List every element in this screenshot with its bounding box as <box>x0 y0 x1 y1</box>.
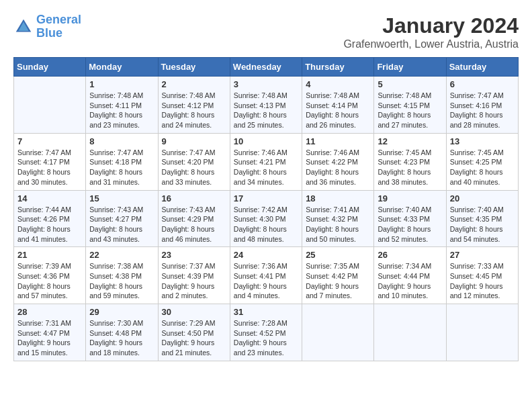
calendar-week-1: 1Sunrise: 7:48 AMSunset: 4:11 PMDaylight… <box>14 77 519 134</box>
day-info: Sunrise: 7:35 AMSunset: 4:42 PMDaylight:… <box>306 261 370 301</box>
header-friday: Friday <box>374 58 446 77</box>
day-info: Sunrise: 7:45 AMSunset: 4:25 PMDaylight:… <box>450 148 515 187</box>
calendar-cell: 27Sunrise: 7:33 AMSunset: 4:45 PMDayligh… <box>446 247 518 304</box>
day-info: Sunrise: 7:28 AMSunset: 4:52 PMDaylight:… <box>234 318 298 358</box>
day-number: 13 <box>450 136 515 146</box>
day-number: 23 <box>162 250 226 260</box>
calendar-cell <box>14 77 86 134</box>
calendar-cell: 24Sunrise: 7:36 AMSunset: 4:41 PMDayligh… <box>230 247 302 304</box>
calendar-cell: 12Sunrise: 7:45 AMSunset: 4:23 PMDayligh… <box>374 133 446 190</box>
day-number: 30 <box>162 307 226 317</box>
day-info: Sunrise: 7:47 AMSunset: 4:17 PMDaylight:… <box>17 148 82 187</box>
day-number: 1 <box>89 79 154 89</box>
calendar-cell <box>302 304 374 361</box>
day-number: 7 <box>17 136 82 146</box>
day-info: Sunrise: 7:40 AMSunset: 4:33 PMDaylight:… <box>378 205 442 244</box>
calendar-cell: 29Sunrise: 7:30 AMSunset: 4:48 PMDayligh… <box>86 304 158 361</box>
header-thursday: Thursday <box>302 58 374 77</box>
calendar-cell: 31Sunrise: 7:28 AMSunset: 4:52 PMDayligh… <box>230 304 302 361</box>
page-header: General Blue January 2024 Grafenwoerth, … <box>13 13 519 50</box>
day-info: Sunrise: 7:46 AMSunset: 4:22 PMDaylight:… <box>306 148 370 187</box>
day-number: 16 <box>162 193 226 203</box>
day-info: Sunrise: 7:48 AMSunset: 4:14 PMDaylight:… <box>306 91 370 130</box>
day-number: 6 <box>450 79 515 89</box>
calendar-cell: 11Sunrise: 7:46 AMSunset: 4:22 PMDayligh… <box>302 133 374 190</box>
day-info: Sunrise: 7:47 AMSunset: 4:18 PMDaylight:… <box>89 148 154 187</box>
day-number: 2 <box>162 79 226 89</box>
calendar-cell: 26Sunrise: 7:34 AMSunset: 4:44 PMDayligh… <box>374 247 446 304</box>
day-info: Sunrise: 7:34 AMSunset: 4:44 PMDaylight:… <box>378 261 442 301</box>
logo-line1: General <box>36 13 81 26</box>
header-sunday: Sunday <box>14 58 86 77</box>
day-number: 27 <box>450 250 515 260</box>
logo-icon <box>13 17 34 37</box>
day-info: Sunrise: 7:30 AMSunset: 4:48 PMDaylight:… <box>89 318 154 358</box>
day-info: Sunrise: 7:48 AMSunset: 4:11 PMDaylight:… <box>89 91 154 130</box>
calendar-cell: 20Sunrise: 7:40 AMSunset: 4:35 PMDayligh… <box>446 190 518 247</box>
day-number: 17 <box>234 193 298 203</box>
day-number: 28 <box>17 307 82 317</box>
title-block: January 2024 Grafenwoerth, Lower Austria… <box>343 13 519 50</box>
day-info: Sunrise: 7:48 AMSunset: 4:15 PMDaylight:… <box>378 91 442 130</box>
day-info: Sunrise: 7:44 AMSunset: 4:26 PMDaylight:… <box>17 205 82 244</box>
day-number: 3 <box>234 79 298 89</box>
calendar-cell: 18Sunrise: 7:41 AMSunset: 4:32 PMDayligh… <box>302 190 374 247</box>
logo-text: General Blue <box>36 13 81 40</box>
day-number: 11 <box>306 136 370 146</box>
page-subtitle: Grafenwoerth, Lower Austria, Austria <box>343 38 519 50</box>
calendar-cell: 5Sunrise: 7:48 AMSunset: 4:15 PMDaylight… <box>374 77 446 134</box>
page-title: January 2024 <box>343 13 519 38</box>
day-number: 22 <box>89 250 154 260</box>
day-info: Sunrise: 7:42 AMSunset: 4:30 PMDaylight:… <box>234 205 298 244</box>
day-number: 15 <box>89 193 154 203</box>
day-info: Sunrise: 7:43 AMSunset: 4:29 PMDaylight:… <box>162 205 226 244</box>
day-info: Sunrise: 7:40 AMSunset: 4:35 PMDaylight:… <box>450 205 515 244</box>
day-info: Sunrise: 7:41 AMSunset: 4:32 PMDaylight:… <box>306 205 370 244</box>
calendar-week-4: 21Sunrise: 7:39 AMSunset: 4:36 PMDayligh… <box>14 247 519 304</box>
calendar-cell: 1Sunrise: 7:48 AMSunset: 4:11 PMDaylight… <box>86 77 158 134</box>
day-number: 21 <box>17 250 82 260</box>
day-number: 19 <box>378 193 442 203</box>
calendar-cell: 30Sunrise: 7:29 AMSunset: 4:50 PMDayligh… <box>158 304 230 361</box>
day-info: Sunrise: 7:48 AMSunset: 4:13 PMDaylight:… <box>234 91 298 130</box>
calendar-cell: 25Sunrise: 7:35 AMSunset: 4:42 PMDayligh… <box>302 247 374 304</box>
day-info: Sunrise: 7:36 AMSunset: 4:41 PMDaylight:… <box>234 261 298 301</box>
day-number: 26 <box>378 250 442 260</box>
day-number: 24 <box>234 250 298 260</box>
calendar-cell: 21Sunrise: 7:39 AMSunset: 4:36 PMDayligh… <box>14 247 86 304</box>
header-tuesday: Tuesday <box>158 58 230 77</box>
header-saturday: Saturday <box>446 58 518 77</box>
day-info: Sunrise: 7:45 AMSunset: 4:23 PMDaylight:… <box>378 148 442 187</box>
day-info: Sunrise: 7:48 AMSunset: 4:12 PMDaylight:… <box>162 91 226 130</box>
day-number: 4 <box>306 79 370 89</box>
calendar-cell: 17Sunrise: 7:42 AMSunset: 4:30 PMDayligh… <box>230 190 302 247</box>
day-info: Sunrise: 7:37 AMSunset: 4:39 PMDaylight:… <box>162 261 226 301</box>
header-wednesday: Wednesday <box>230 58 302 77</box>
day-number: 5 <box>378 79 442 89</box>
calendar-cell: 28Sunrise: 7:31 AMSunset: 4:47 PMDayligh… <box>14 304 86 361</box>
calendar-cell: 19Sunrise: 7:40 AMSunset: 4:33 PMDayligh… <box>374 190 446 247</box>
calendar-cell: 10Sunrise: 7:46 AMSunset: 4:21 PMDayligh… <box>230 133 302 190</box>
calendar-cell <box>446 304 518 361</box>
logo: General Blue <box>13 13 81 40</box>
calendar-cell <box>374 304 446 361</box>
day-info: Sunrise: 7:47 AMSunset: 4:16 PMDaylight:… <box>450 91 515 130</box>
logo-line2: Blue <box>36 26 62 40</box>
calendar-cell: 9Sunrise: 7:47 AMSunset: 4:20 PMDaylight… <box>158 133 230 190</box>
day-number: 18 <box>306 193 370 203</box>
day-number: 25 <box>306 250 370 260</box>
day-number: 12 <box>378 136 442 146</box>
calendar-cell: 15Sunrise: 7:43 AMSunset: 4:27 PMDayligh… <box>86 190 158 247</box>
day-info: Sunrise: 7:47 AMSunset: 4:20 PMDaylight:… <box>162 148 226 187</box>
day-number: 9 <box>162 136 226 146</box>
calendar-cell: 16Sunrise: 7:43 AMSunset: 4:29 PMDayligh… <box>158 190 230 247</box>
day-number: 20 <box>450 193 515 203</box>
calendar-cell: 14Sunrise: 7:44 AMSunset: 4:26 PMDayligh… <box>14 190 86 247</box>
day-info: Sunrise: 7:39 AMSunset: 4:36 PMDaylight:… <box>17 261 82 301</box>
calendar-week-2: 7Sunrise: 7:47 AMSunset: 4:17 PMDaylight… <box>14 133 519 190</box>
calendar-cell: 13Sunrise: 7:45 AMSunset: 4:25 PMDayligh… <box>446 133 518 190</box>
day-info: Sunrise: 7:38 AMSunset: 4:38 PMDaylight:… <box>89 261 154 301</box>
day-info: Sunrise: 7:29 AMSunset: 4:50 PMDaylight:… <box>162 318 226 358</box>
calendar-cell: 7Sunrise: 7:47 AMSunset: 4:17 PMDaylight… <box>14 133 86 190</box>
calendar-table: SundayMondayTuesdayWednesdayThursdayFrid… <box>13 57 519 361</box>
